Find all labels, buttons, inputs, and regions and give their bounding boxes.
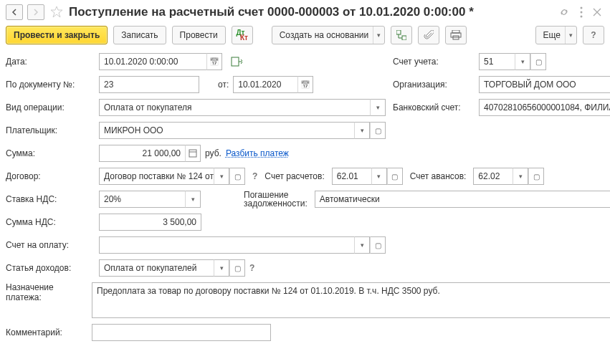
printer-icon	[450, 30, 462, 40]
settl-acc-input[interactable]: 62.01	[332, 168, 371, 185]
paperclip-icon	[424, 30, 434, 40]
svg-point-2	[581, 16, 583, 18]
doc-no-label: По документу №:	[6, 80, 92, 90]
nav-back-button[interactable]	[6, 4, 23, 20]
post-and-close-button[interactable]: Провести и закрыть	[6, 26, 108, 44]
chevron-down-icon	[373, 27, 384, 44]
favorite-star-icon[interactable]	[49, 4, 65, 20]
nav-forward-button[interactable]	[27, 4, 44, 20]
bank-acc-label: Банковский счет:	[393, 102, 472, 112]
split-payment-link[interactable]: Разбить платеж	[226, 148, 289, 158]
account-label: Счет учета:	[393, 57, 472, 67]
help-button[interactable]	[583, 26, 604, 44]
repost-icon[interactable]	[231, 57, 242, 67]
comment-label: Комментарий:	[6, 327, 85, 337]
contract-open[interactable]	[229, 168, 245, 185]
contract-label: Договор:	[6, 171, 92, 181]
amount-input[interactable]: 21 000,00	[99, 145, 185, 162]
save-button[interactable]: Записать	[113, 26, 166, 44]
amount-label: Сумма:	[6, 148, 92, 158]
more-button[interactable]: Еще	[535, 26, 577, 44]
op-kind-dropdown[interactable]	[370, 99, 386, 116]
purpose-label: Назначение платежа:	[6, 282, 85, 302]
date-input[interactable]: 10.01.2020 0:00:00	[99, 53, 206, 70]
contract-help[interactable]	[252, 171, 257, 181]
income-item-dropdown[interactable]	[214, 259, 229, 277]
contract-dropdown[interactable]	[214, 168, 229, 185]
op-kind-input[interactable]: Оплата от покупателя	[99, 99, 370, 116]
from-label: от:	[218, 80, 229, 90]
payer-dropdown[interactable]	[354, 122, 370, 139]
post-and-close-label: Провести и закрыть	[14, 30, 100, 40]
svg-rect-6	[451, 33, 461, 37]
invoice-label: Счет на оплату:	[6, 240, 92, 250]
contract-input[interactable]: Договор поставки № 124 от 0	[99, 168, 214, 185]
doc-date-input[interactable]: 10.01.2020	[233, 76, 297, 93]
kebab-menu-icon[interactable]	[580, 6, 583, 18]
vat-rate-label: Ставка НДС:	[6, 194, 92, 204]
print-button[interactable]	[445, 26, 467, 44]
calculator-icon	[189, 149, 197, 158]
vat-rate-dropdown[interactable]	[185, 191, 201, 208]
chevron-down-icon	[565, 27, 576, 44]
svg-point-1	[581, 11, 583, 14]
vat-rate-input[interactable]: 20%	[99, 191, 185, 208]
currency-label: руб.	[205, 148, 221, 158]
invoice-open[interactable]	[370, 236, 386, 254]
payer-input[interactable]: МИКРОН ООО	[99, 122, 354, 139]
structure-icon	[396, 30, 406, 40]
structure-button[interactable]	[391, 26, 412, 44]
doc-no-input[interactable]: 23	[99, 76, 199, 93]
income-item-open[interactable]	[229, 259, 245, 277]
adv-acc-open[interactable]	[528, 168, 544, 185]
purpose-input[interactable]: Предоплата за товар по договору поставки…	[92, 282, 610, 318]
dt-kt-button[interactable]: Дт Кт	[232, 26, 253, 44]
org-input[interactable]: ТОРГОВЫЙ ДОМ ООО	[479, 76, 610, 93]
income-item-input[interactable]: Оплата от покупателей	[99, 259, 214, 277]
link-icon[interactable]	[558, 6, 570, 18]
account-dropdown[interactable]	[515, 53, 530, 70]
settl-acc-label: Счет расчетов:	[265, 171, 324, 181]
save-label: Записать	[121, 30, 158, 40]
comment-input[interactable]	[92, 324, 271, 341]
post-button[interactable]: Провести	[172, 26, 226, 44]
svg-rect-3	[396, 30, 401, 34]
bank-acc-input[interactable]: 40702810656000001084, ФИЛИА	[479, 99, 610, 116]
account-open[interactable]	[530, 53, 546, 70]
invoice-input[interactable]	[99, 236, 354, 254]
income-item-label: Статья доходов:	[6, 263, 92, 273]
adv-acc-label: Счет авансов:	[410, 171, 467, 181]
svg-rect-8	[232, 57, 239, 66]
adv-acc-input[interactable]: 62.02	[473, 168, 513, 185]
vat-sum-input[interactable]: 3 500,00	[99, 214, 201, 231]
amount-calc[interactable]	[185, 145, 201, 162]
payer-open[interactable]	[370, 122, 386, 139]
page-title: Поступление на расчетный счет 0000-00000…	[69, 5, 554, 19]
svg-rect-9	[189, 150, 196, 157]
post-label: Провести	[180, 30, 218, 40]
op-kind-label: Вид операции:	[6, 102, 92, 112]
settl-acc-dropdown[interactable]	[371, 168, 387, 185]
payer-label: Плательщик:	[6, 125, 92, 135]
more-label: Еще	[543, 30, 561, 40]
create-on-basis-button[interactable]: Создать на основании	[272, 26, 386, 44]
adv-acc-dropdown[interactable]	[513, 168, 528, 185]
help-icon	[591, 30, 596, 40]
calendar-icon[interactable]	[206, 53, 222, 70]
invoice-dropdown[interactable]	[354, 236, 370, 254]
date-label: Дата:	[6, 57, 92, 67]
income-item-help[interactable]	[249, 263, 254, 273]
settl-acc-open[interactable]	[387, 168, 403, 185]
attach-button[interactable]	[418, 26, 439, 44]
vat-sum-label: Сумма НДС:	[6, 217, 92, 227]
close-icon[interactable]	[593, 8, 601, 16]
debt-repay-label: Погашение задолженности:	[244, 191, 308, 208]
calendar-icon[interactable]	[297, 76, 313, 93]
svg-point-0	[581, 7, 583, 9]
dtkt-icon: Дт Кт	[236, 30, 248, 40]
debt-repay-input[interactable]: Автоматически	[315, 191, 610, 208]
create-on-basis-label: Создать на основании	[280, 30, 369, 40]
svg-rect-4	[402, 36, 406, 40]
account-input[interactable]: 51	[479, 53, 515, 70]
svg-rect-5	[452, 30, 459, 33]
